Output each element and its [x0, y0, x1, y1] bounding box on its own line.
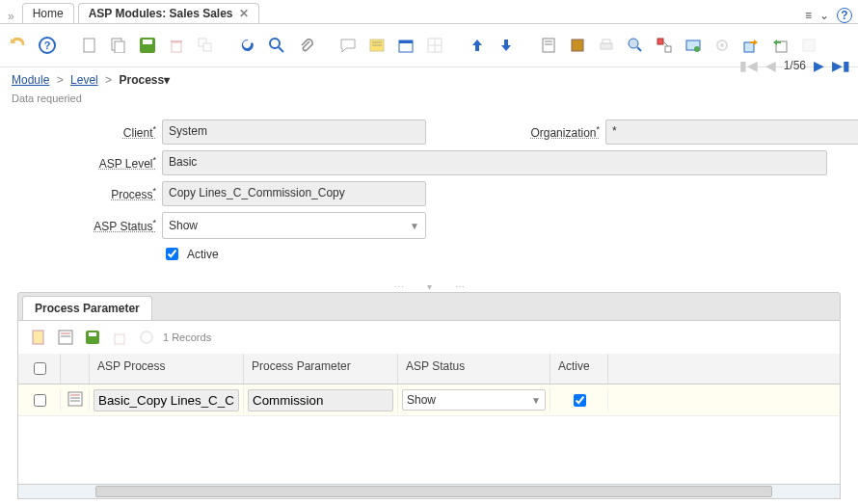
- archive-icon[interactable]: [567, 35, 588, 56]
- grid-form-icon[interactable]: [55, 327, 76, 348]
- grid-save-icon[interactable]: [82, 327, 103, 348]
- svg-line-12: [279, 47, 283, 52]
- chat-icon[interactable]: [337, 35, 359, 56]
- svg-rect-30: [665, 46, 671, 52]
- chevron-down-icon: ▼: [531, 395, 541, 406]
- zoom-icon[interactable]: [625, 35, 646, 56]
- help-icon[interactable]: ?: [837, 8, 852, 23]
- row-edit-icon[interactable]: [67, 391, 83, 410]
- sub-tab-bar: Process Parameter: [17, 292, 841, 321]
- horizontal-scrollbar[interactable]: [17, 485, 841, 499]
- table-row[interactable]: Show ▼: [18, 385, 840, 416]
- request-icon[interactable]: [683, 35, 704, 56]
- svg-rect-29: [657, 39, 663, 44]
- note-icon[interactable]: [366, 35, 388, 56]
- svg-rect-39: [33, 331, 43, 344]
- scrollbar-thumb[interactable]: [95, 486, 772, 497]
- grid-header-select[interactable]: [18, 354, 61, 384]
- process-parameter-grid: ASP Process Process Parameter ASP Status…: [17, 354, 841, 485]
- main-toolbar: ?: [0, 24, 858, 67]
- row-select-checkbox[interactable]: [34, 394, 46, 407]
- svg-rect-26: [603, 40, 610, 43]
- report-icon[interactable]: [538, 35, 559, 56]
- svg-rect-40: [59, 331, 72, 344]
- delete-icon[interactable]: [166, 35, 187, 56]
- arrow-down-icon[interactable]: [496, 35, 517, 56]
- save-icon[interactable]: [137, 35, 158, 56]
- svg-text:?: ?: [44, 40, 51, 51]
- undo-icon[interactable]: [8, 35, 29, 56]
- status-message: Data requeried: [12, 93, 846, 104]
- pager-first-icon: ▮◀: [739, 58, 758, 73]
- splitter-bar[interactable]: ⋯▾⋯: [12, 280, 846, 292]
- active-checkbox[interactable]: [166, 248, 178, 260]
- multi-icon[interactable]: [195, 35, 216, 56]
- svg-rect-47: [68, 392, 82, 406]
- svg-rect-7: [172, 42, 181, 52]
- import-icon[interactable]: [769, 35, 791, 56]
- grid-header-edit: [61, 354, 90, 384]
- tabbar-right-controls: ≡ ⌄ ?: [805, 8, 858, 23]
- tab-asp-modules[interactable]: ASP Modules: Sales Sales ✕: [78, 3, 259, 23]
- organization-label: Organization*: [484, 124, 605, 140]
- svg-rect-6: [143, 40, 152, 44]
- organization-field: *: [605, 119, 858, 145]
- grid-toolbar: 1 Records: [17, 321, 841, 354]
- grid-delete-icon[interactable]: [109, 327, 130, 348]
- row-process-parameter-field[interactable]: [248, 389, 393, 411]
- info-icon[interactable]: ?: [37, 35, 58, 56]
- pager-next-icon[interactable]: ▶: [814, 58, 824, 73]
- asp-status-select[interactable]: Show ▼: [162, 212, 426, 239]
- arrow-up-icon[interactable]: [467, 35, 488, 56]
- tab-process-parameter[interactable]: Process Parameter: [22, 296, 152, 320]
- tab-home[interactable]: Home: [22, 3, 74, 23]
- close-icon[interactable]: ✕: [239, 7, 249, 20]
- calendar-icon[interactable]: [395, 35, 416, 56]
- svg-point-27: [629, 39, 638, 48]
- breadcrumb-process[interactable]: Process▾: [119, 73, 170, 87]
- record-pager: ▮◀ ◀ 1/56 ▶ ▶▮: [739, 58, 850, 73]
- grid-refresh-icon[interactable]: [136, 327, 157, 348]
- copy-icon[interactable]: [108, 35, 129, 56]
- breadcrumb-level[interactable]: Level: [70, 73, 98, 87]
- attachment-icon[interactable]: [295, 35, 316, 56]
- row-asp-process-field[interactable]: [94, 389, 239, 411]
- grid-new-icon[interactable]: [28, 327, 49, 348]
- new-icon[interactable]: [79, 35, 100, 56]
- search-icon[interactable]: [266, 35, 287, 56]
- content-area: Data requeried Client* System Organizati…: [0, 89, 858, 499]
- select-all-checkbox[interactable]: [34, 362, 46, 375]
- asp-level-field: Basic: [162, 150, 827, 175]
- gear-icon[interactable]: [711, 35, 733, 56]
- row-active-checkbox[interactable]: [574, 394, 586, 407]
- svg-point-33: [694, 46, 700, 52]
- grid-header-asp-process[interactable]: ASP Process: [90, 354, 244, 384]
- menu-icon[interactable]: ≡: [805, 9, 812, 22]
- refresh-icon[interactable]: [237, 35, 258, 56]
- asp-status-value: Show: [169, 219, 198, 232]
- breadcrumb-module[interactable]: Module: [12, 73, 49, 87]
- tab-expand-icon[interactable]: »: [4, 10, 18, 23]
- action-icon[interactable]: [798, 35, 819, 56]
- pager-text: 1/56: [784, 59, 806, 72]
- svg-rect-17: [399, 40, 413, 43]
- process-label: Process*: [12, 186, 162, 201]
- grid-header-active[interactable]: Active: [550, 354, 608, 384]
- grid-header-asp-status[interactable]: ASP Status: [398, 354, 550, 384]
- asp-status-label: ASP Status*: [12, 218, 162, 233]
- svg-line-28: [637, 47, 641, 51]
- client-field: System: [162, 119, 426, 145]
- grid-icon[interactable]: [424, 35, 445, 56]
- grid-header-process-parameter[interactable]: Process Parameter: [244, 354, 398, 384]
- svg-rect-24: [572, 40, 583, 51]
- export-icon[interactable]: [740, 35, 762, 56]
- svg-point-46: [141, 332, 152, 343]
- svg-rect-2: [84, 39, 94, 52]
- print-icon[interactable]: [596, 35, 617, 56]
- svg-line-31: [663, 41, 668, 46]
- row-asp-status-value: Show: [407, 393, 436, 407]
- row-asp-status-select[interactable]: Show ▼: [402, 389, 546, 411]
- collapse-icon[interactable]: ⌄: [819, 9, 829, 22]
- pager-last-icon[interactable]: ▶▮: [832, 58, 850, 73]
- workflow-icon[interactable]: [654, 35, 675, 56]
